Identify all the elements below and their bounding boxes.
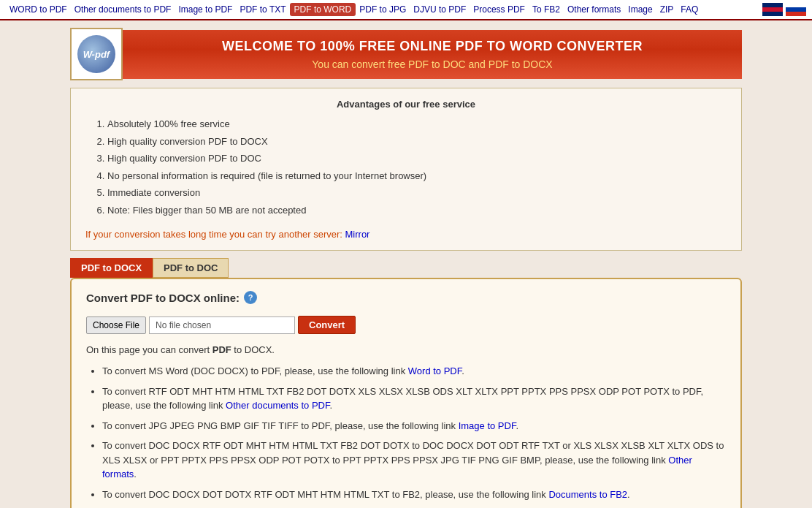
header-banner: W-pdf WELCOME TO 100% FREE ONLINE PDF TO…: [70, 28, 742, 80]
help-icon[interactable]: ?: [244, 291, 257, 304]
list-item: To convert DOC DOCX DOT DOTX RTF ODT MHT…: [102, 488, 726, 502]
banner-title: WELCOME TO 100% FREE ONLINE PDF TO WORD …: [137, 39, 727, 54]
conversion-link[interactable]: Word to PDF: [408, 365, 461, 376]
list-item: To convert JPG JPEG PNG BMP GIF TIF TIFF…: [102, 419, 726, 433]
tabs-bar: PDF to DOCXPDF to DOC: [70, 258, 742, 278]
banner-subtitle: You can convert free PDF to DOC and PDF …: [137, 58, 727, 70]
file-name-display: [149, 316, 295, 334]
nav-link-to-fb2[interactable]: To FB2: [529, 3, 564, 16]
advantage-item: Note: Files bigger than 50 MB are not ac…: [107, 203, 727, 218]
main-content: Advertisements Advantages of our free se…: [70, 88, 742, 508]
advantages-list: Absolutely 100% free serviceHigh quality…: [85, 117, 727, 217]
nav-links: WORD to PDF Other documents to PDF Image…: [6, 3, 702, 16]
convert-title: Convert PDF to DOCX online: ?: [86, 291, 726, 304]
file-input-row: Choose File Convert: [86, 316, 726, 334]
logo: W-pdf: [77, 35, 115, 73]
advantage-item: Absolutely 100% free service: [107, 117, 727, 132]
convert-button[interactable]: Convert: [298, 316, 356, 334]
nav-link-pdf-to-word[interactable]: PDF to WORD: [290, 3, 356, 16]
list-item: To convert DOC DOCX RTF ODT MHT HTM HTML…: [102, 439, 726, 482]
nav-link-faq[interactable]: FAQ: [677, 3, 702, 16]
advantage-item: High quality conversion PDF to DOCX: [107, 134, 727, 149]
banner-text-box: WELCOME TO 100% FREE ONLINE PDF TO WORD …: [123, 30, 742, 79]
nav-link-process-pdf[interactable]: Process PDF: [470, 3, 529, 16]
language-flags: [762, 3, 806, 16]
conversion-link[interactable]: Documents to FB2: [548, 489, 627, 500]
description-text: On this page you can convert PDF to DOCX…: [86, 344, 726, 355]
conversion-link[interactable]: Image to PDF: [459, 420, 516, 431]
nav-link-image[interactable]: Image: [624, 3, 656, 16]
nav-link-other-formats[interactable]: Other formats: [564, 3, 624, 16]
nav-link-pdf-to-jpg[interactable]: PDF to JPG: [356, 3, 410, 16]
mirror-line: If your conversion takes long time you c…: [85, 229, 727, 240]
advantage-item: High quality conversion PDF to DOC: [107, 151, 727, 166]
links-list: To convert MS Word (DOC DOCX) to PDF, pl…: [86, 364, 726, 508]
nav-link-image-to-pdf[interactable]: Image to PDF: [175, 3, 236, 16]
advantages-title: Advantages of our free service: [85, 99, 727, 110]
nav-link-zip[interactable]: ZIP: [656, 3, 678, 16]
tab-pdf-to-docx[interactable]: PDF to DOCX: [70, 258, 153, 278]
advantage-item: Immediate conversion: [107, 186, 727, 200]
flag-ru[interactable]: [786, 3, 806, 16]
advantages-box: Advertisements Advantages of our free se…: [70, 88, 742, 251]
list-item: To convert MS Word (DOC DOCX) to PDF, pl…: [102, 364, 726, 379]
choose-file-button[interactable]: Choose File: [86, 316, 146, 334]
nav-link-djvu-to-pdf[interactable]: DJVU to PDF: [410, 3, 470, 16]
flag-uk[interactable]: [762, 3, 783, 16]
conversion-link[interactable]: Other formats: [102, 455, 692, 480]
nav-link-word-to-pdf[interactable]: WORD to PDF: [6, 3, 71, 16]
advantage-item: No personal information is required (fil…: [107, 169, 727, 183]
list-item: To convert RTF ODT MHT HTM HTML TXT FB2 …: [102, 384, 726, 413]
convert-box: Convert PDF to DOCX online: ? Choose Fil…: [70, 278, 742, 508]
conversion-link[interactable]: Other documents to PDF: [226, 400, 329, 411]
tab-pdf-to-doc[interactable]: PDF to DOC: [153, 258, 229, 278]
mirror-link[interactable]: Mirror: [345, 229, 370, 240]
top-navigation: WORD to PDF Other documents to PDF Image…: [0, 0, 812, 20]
nav-link-other-documents-to-pdf[interactable]: Other documents to PDF: [71, 3, 175, 16]
nav-link-pdf-to-txt[interactable]: PDF to TXT: [236, 3, 289, 16]
logo-box: W-pdf: [70, 28, 123, 80]
